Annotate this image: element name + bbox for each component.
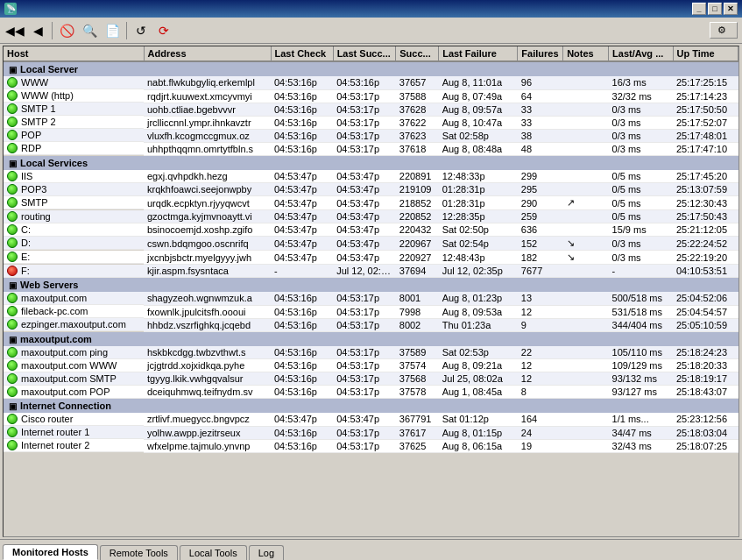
table-row[interactable]: D: cswn.bdqmgoo.oscnrifq04:53:47p04:53:4… <box>4 237 738 251</box>
col-header-address[interactable]: Address <box>144 46 271 61</box>
col-header-uptime[interactable]: Up Time <box>673 46 738 61</box>
table-row[interactable]: maxoutput.com ping hskbkcdgg.twbzvthwt.s… <box>4 346 738 359</box>
host-name: POP3 <box>21 184 46 195</box>
maximize-button[interactable]: □ <box>708 3 722 15</box>
reload-button[interactable]: ⟳ <box>153 21 174 40</box>
table-row[interactable]: F: kjir.aspm.fsysntaca-Jul 12, 02:08p376… <box>4 265 738 278</box>
col-header-last-failure[interactable]: Last Failure <box>439 46 518 61</box>
col-header-notes[interactable]: Notes <box>563 46 609 61</box>
cell-last-succ: 04:53:17p <box>333 318 396 331</box>
cell-notes <box>563 413 609 426</box>
table-row[interactable]: ezpinger.maxoutput.com hhbdz.vszrfighkq.… <box>4 318 738 331</box>
table-row[interactable]: RDP uhhpthqqmn.omrtytfbln.s04:53:16p04:5… <box>4 142 738 155</box>
cell-host: POP3 <box>4 183 144 196</box>
filter-button[interactable]: 🔍 <box>79 21 100 40</box>
tab-local-tools[interactable]: Local Tools <box>180 545 247 560</box>
cell-succ: 37588 <box>396 89 439 103</box>
group-collapse-icon[interactable]: ▣ <box>9 159 17 168</box>
tab-remote-tools[interactable]: Remote Tools <box>100 545 178 560</box>
table-row[interactable]: IIS egxj.qvhpdkh.hezg04:53:47p04:53:47p2… <box>4 170 738 183</box>
cell-failures: 259 <box>518 210 563 223</box>
cell-failures: 7677 <box>518 265 563 278</box>
table-row[interactable]: SMTP 2 jrclliccnnl.ympr.ihnkavztr04:53:1… <box>4 116 738 129</box>
group-collapse-icon[interactable]: ▣ <box>9 401 17 411</box>
table-row[interactable]: maxoutput.com POP dceiquhmwq.teifnydm.sv… <box>4 386 738 399</box>
table-row[interactable]: maxoutput.com WWW jcjgtrdd.xojxidkqa.pyh… <box>4 359 738 372</box>
configuration-button[interactable]: ⚙ <box>710 22 738 39</box>
cell-host: SMTP 1 <box>4 103 144 116</box>
cell-last-succ: 04:53:47p <box>333 237 396 251</box>
table-row[interactable]: maxoutput.com SMTP tgyyg.lkik.vwhgqvalsu… <box>4 372 738 386</box>
table-row[interactable]: fileback-pc.com fxownlk.jpulcitsfh.oooui… <box>4 305 738 318</box>
cell-host: SMTP <box>4 196 144 209</box>
cell-host: F: <box>4 265 144 278</box>
host-name: fileback-pc.com <box>21 306 88 316</box>
stop-button[interactable]: 🚫 <box>56 21 77 40</box>
table-body: ▣Local Server WWW nabt.flwkubgyliq.erkem… <box>4 61 738 452</box>
cell-notes <box>563 76 609 89</box>
table-row[interactable]: Internet router 1 yolhw.awpp.jezitrseux0… <box>4 426 738 439</box>
title-bar: 📡 _ □ ✕ <box>0 0 742 18</box>
col-header-last-avg[interactable]: Last/Avg ... <box>609 46 673 61</box>
col-header-failures[interactable]: Failures <box>518 46 563 61</box>
group-collapse-icon[interactable]: ▣ <box>9 335 17 344</box>
table-row[interactable]: Cisco router zrtlivf.muegycc.bngvpcz04:5… <box>4 413 738 426</box>
status-dot <box>7 77 18 88</box>
table-row[interactable]: Internet router 2 wfxelpme.tajmulo.ynvnp… <box>4 439 738 452</box>
table-row[interactable]: SMTP 1 uohb.ctliae.bgebvvvr04:53:16p04:5… <box>4 103 738 116</box>
back-button[interactable]: ◀ <box>27 21 48 40</box>
col-header-host[interactable]: Host <box>4 46 144 61</box>
table-row[interactable]: POP3 krqkhfoawci.seejonwpby04:53:47p04:5… <box>4 183 738 196</box>
tab-log[interactable]: Log <box>249 545 284 560</box>
table-row[interactable]: routing gzoctmga.kyjmvnoaytt.vi04:53:47p… <box>4 210 738 223</box>
tab-monitored-hosts[interactable]: Monitored Hosts <box>3 544 98 560</box>
group-collapse-icon[interactable]: ▣ <box>9 65 17 74</box>
table-row[interactable]: E: jxcnbjsbctr.myelgyyy.jwh04:53:47p04:5… <box>4 251 738 265</box>
cell-uptime: 25:17:52:07 <box>673 116 738 129</box>
cell-notes <box>563 292 609 305</box>
cell-last-succ: 04:53:47p <box>333 251 396 265</box>
cell-succ: 218852 <box>396 196 439 210</box>
host-name: C: <box>21 224 31 235</box>
table-row[interactable]: WWW nabt.flwkubgyliq.erkemlpl04:53:16p04… <box>4 76 738 89</box>
cell-succ: 220927 <box>396 251 439 265</box>
back-back-button[interactable]: ◀◀ <box>4 21 25 40</box>
cell-last-succ: 04:53:17p <box>333 292 396 305</box>
status-dot <box>7 143 18 153</box>
table-row[interactable]: SMTP urqdk.ecpktyn.rjyyqwcvt04:53:47p04:… <box>4 196 738 210</box>
cell-failures: 12 <box>518 305 563 318</box>
table-row[interactable]: WWW (http) rqdjrt.kuuwext.xmcyvmyi04:53:… <box>4 89 738 103</box>
minimize-button[interactable]: _ <box>692 3 706 15</box>
col-header-last-succ[interactable]: Last Succ... <box>333 46 396 61</box>
col-header-succ[interactable]: Succ... <box>396 46 439 61</box>
refresh-button[interactable]: ↺ <box>131 21 152 40</box>
table-row[interactable]: maxoutput.com shagyzeoh.wgnwmzuk.a04:53:… <box>4 292 738 305</box>
cell-last-check: 04:53:16p <box>271 129 333 142</box>
cell-notes: ↘ <box>563 251 609 265</box>
cell-last-succ: 04:53:17p <box>333 346 396 359</box>
export-button[interactable]: 📄 <box>102 21 123 40</box>
status-dot <box>7 306 18 316</box>
cell-host: routing <box>4 210 144 223</box>
col-header-last-check[interactable]: Last Check <box>271 46 333 61</box>
cell-host: maxoutput.com <box>4 292 144 305</box>
cell-last-check: 04:53:47p <box>271 223 333 237</box>
group-collapse-icon[interactable]: ▣ <box>9 280 17 290</box>
cell-succ: 8002 <box>396 318 439 331</box>
main-table-container[interactable]: Host Address Last Check Last Succ... Suc… <box>3 46 739 537</box>
cell-succ: 37568 <box>396 372 439 386</box>
cell-uptime: 04:10:53:51 <box>673 265 738 278</box>
cell-last-check: 04:53:16p <box>271 89 333 103</box>
table-row[interactable]: POP vluxfh.kcogmccgmux.oz04:53:16p04:53:… <box>4 129 738 142</box>
cell-last-succ: 04:53:47p <box>333 210 396 223</box>
cell-last-failure: Aug 8, 06:15a <box>439 439 518 452</box>
app-icon: 📡 <box>4 3 17 15</box>
cell-host: D: <box>4 237 144 250</box>
close-button[interactable]: ✕ <box>724 3 738 15</box>
host-name: WWW (http) <box>21 90 74 101</box>
cell-failures: 33 <box>518 103 563 116</box>
cell-last-avg: 93/132 ms <box>609 372 673 386</box>
table-row[interactable]: C: bsinocoemjd.xoshp.zgifo04:53:47p04:53… <box>4 223 738 237</box>
cell-succ: 37574 <box>396 359 439 372</box>
cell-host: maxoutput.com SMTP <box>4 372 144 386</box>
